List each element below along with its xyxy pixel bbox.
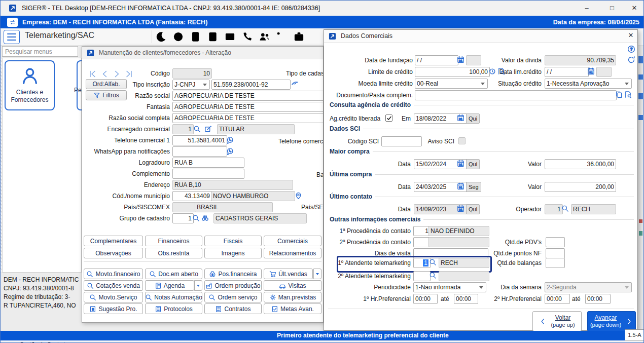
binoculars-icon[interactable] [201,214,209,222]
dialog-close-icon[interactable]: ✕ [624,31,637,41]
proc1-code-field[interactable]: 1 [413,226,431,236]
map-pin-icon[interactable] [295,192,302,200]
group-ultimo-contato: Último contato [330,193,634,200]
tab-comerciais[interactable]: Comerciais [264,236,321,246]
tab-fiscais[interactable]: Fiscais [204,236,262,246]
man-previstas-button[interactable]: Man.previstas [264,292,321,302]
tab-relacionamentos[interactable]: Relacionamentos [264,248,321,258]
hr2-from-field[interactable]: 00:00 [545,294,570,304]
calculator-icon[interactable] [190,31,201,43]
tools-icon[interactable] [276,31,288,43]
sci-cod-field[interactable] [381,136,422,146]
atend1-label: 1º Atendente telemarketing [326,259,411,266]
calendar-icon[interactable] [457,205,464,212]
cotacoes-venda-button[interactable]: Cotações venda [84,280,143,291]
minimize-button[interactable]: – [576,1,598,16]
doc-em-aberto-button[interactable]: Doc.em aberto [145,269,202,279]
calendar-icon[interactable] [457,160,464,167]
calendar-icon[interactable] [457,114,464,122]
search-input[interactable] [2,46,78,57]
hr1-from-field[interactable]: 00:00 [413,294,438,304]
help-icon[interactable] [627,45,635,53]
hr2-to-field[interactable]: 00:00 [585,294,611,304]
balancas-field[interactable] [546,258,565,268]
reports-icon[interactable] [207,31,219,43]
protocolos-button[interactable]: Protocolos [145,303,202,314]
ordem-producao-button[interactable]: Ordem produção [204,280,262,291]
municipio-code-field[interactable]: 43.13409 [172,191,212,201]
maximize-button[interactable]: □ [601,1,623,16]
fantasia-field[interactable]: AGROPECUARIA DE TESTE [172,102,324,112]
ult-vendas-button[interactable]: Últ.vendas [264,269,313,279]
movto-financeiro-button[interactable]: Movto.financeiro [84,269,143,279]
copy-icon[interactable] [615,91,623,98]
pontos-field[interactable] [546,248,565,258]
fundacao-field[interactable]: / / [415,55,458,65]
divider [328,309,634,309]
agenda-button[interactable]: Agenda [145,280,194,291]
encarregado-code-field[interactable]: 1 [172,124,194,134]
night-mode-icon[interactable] [155,31,167,43]
whatsapp-icon[interactable] [226,136,234,144]
ult-valor-field[interactable]: 200,00 [545,182,616,192]
whatsapp-field[interactable] [172,146,227,157]
users-icon[interactable] [259,31,270,43]
tab-obs-restrita[interactable]: Obs.restrita [145,248,202,258]
situacao-select[interactable]: 1-Necessita Aprovação [545,79,632,89]
maior-valor-field[interactable]: 36.000,00 [545,159,616,169]
logradouro-field[interactable]: RUA B [172,158,244,168]
avancar-button[interactable]: Avançar(page down) [587,311,636,331]
search-icon[interactable] [429,272,437,279]
tab-financeiros[interactable]: Financeiros [145,236,202,246]
tile-clientes-fornecedores[interactable]: Clientes e Fornecedores [5,60,55,110]
grupo-code-field[interactable]: 1 [172,213,194,223]
calendar-icon[interactable] [457,182,464,190]
atend1-code-field[interactable]: 1 [413,258,431,268]
tab-imagens[interactable]: Imagens [204,248,262,258]
cnpj-field[interactable]: 51.559.238/0001-92 [211,80,291,90]
company-info-line: Regime de tributação: 3- [4,293,81,300]
theme-palette-icon[interactable] [172,31,184,43]
briefcase-icon[interactable] [293,31,305,43]
tab-complementares[interactable]: Complementares [84,236,143,246]
voltar-button[interactable]: Voltar(page up) [532,311,582,331]
agenda-dropdown[interactable] [194,280,202,291]
razao-completa-field[interactable]: AGROPECUARIA DE TESTE [172,113,324,123]
datalim-field[interactable]: / / [545,67,589,77]
complemento-field[interactable] [172,169,244,179]
edit-icon[interactable] [204,125,212,133]
mail-icon[interactable] [224,31,236,43]
ordem-servico-button[interactable]: Ordem serviço [204,292,262,302]
search-icon[interactable] [429,258,437,266]
proc2-code-field[interactable] [413,237,431,247]
search-icon[interactable] [561,205,569,212]
pasta-field[interactable] [415,90,617,100]
sci-cod-label: Código SCI [326,138,379,145]
contratos-button[interactable]: Contratos [204,303,262,314]
menu-button[interactable] [4,30,20,44]
ult-vendas-dropdown[interactable] [313,269,321,279]
background-fragment [639,219,642,223]
razao-social-field[interactable]: AGROPECUARIA DE TESTE [172,91,324,101]
close-button[interactable]: ✕ [623,1,644,16]
notas-automacao-button[interactable]: Notas Automação [145,292,202,302]
movto-servico-button[interactable]: Movto.Serviço [84,292,143,302]
tab-observacoes[interactable]: Observações [84,248,143,258]
metas-avan-button[interactable]: Metas Avan. [264,303,321,314]
refresh-icon[interactable] [627,56,635,64]
telefone1-field[interactable]: 51.3581.4001 [172,135,227,145]
calendar-icon[interactable] [587,67,595,75]
sugestao-pro-button[interactable]: Sugestão Pro. [84,303,143,314]
atend2-code-field[interactable] [413,271,431,281]
pos-financeira-button[interactable]: Pos.financeira [204,269,262,279]
search-icon[interactable] [193,125,201,133]
search-icon[interactable] [192,214,200,222]
change-company-button[interactable] [7,18,18,27]
whatsapp-icon[interactable] [226,147,234,155]
pdv-field[interactable] [546,237,565,247]
document-search-icon[interactable] [624,91,632,98]
phone-icon[interactable] [241,31,253,43]
visitas-button[interactable]: Visitas [264,280,321,291]
tipo-inscricao-select[interactable]: J-CNPJ [172,80,210,90]
consulta-receita-icon[interactable] [291,80,299,88]
